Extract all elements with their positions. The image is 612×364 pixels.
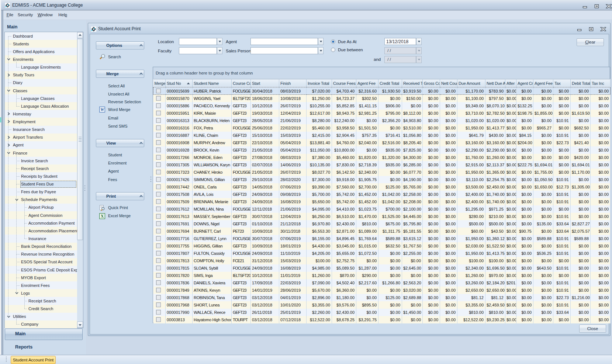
svg-text:X: X xyxy=(101,214,104,219)
svg-text:W: W xyxy=(100,107,105,112)
